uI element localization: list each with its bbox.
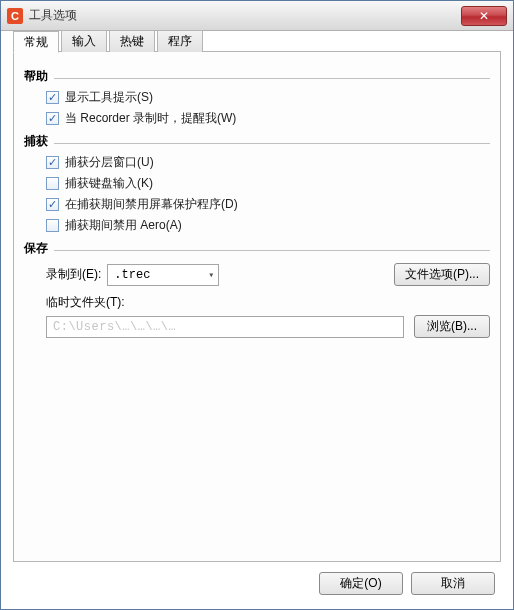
temp-folder-input[interactable]: C:\Users\…\…\…\… <box>46 316 404 338</box>
tab-label: 常规 <box>24 34 48 51</box>
option-show-tooltips[interactable]: 显示工具提示(S) <box>46 89 490 106</box>
tab-input[interactable]: 输入 <box>61 30 107 52</box>
button-label: 浏览(B)... <box>427 318 477 335</box>
dialog-footer: 确定(O) 取消 <box>13 562 501 601</box>
section-help-title: 帮助 <box>24 68 490 85</box>
option-label: 捕获键盘输入(K) <box>65 175 153 192</box>
section-capture-title: 捕获 <box>24 133 490 150</box>
option-label: 当 Recorder 录制时，提醒我(W) <box>65 110 236 127</box>
app-icon: C <box>7 8 23 24</box>
checkbox[interactable] <box>46 198 59 211</box>
option-label: 捕获期间禁用 Aero(A) <box>65 217 182 234</box>
record-format-combo[interactable]: .trec ▾ <box>107 264 219 286</box>
option-disable-aero[interactable]: 捕获期间禁用 Aero(A) <box>46 217 490 234</box>
record-to-label: 录制到(E): <box>46 266 101 283</box>
option-capture-keyboard[interactable]: 捕获键盘输入(K) <box>46 175 490 192</box>
button-label: 文件选项(P)... <box>405 266 479 283</box>
tab-strip: 常规 输入 热键 程序 <box>13 30 205 52</box>
browse-button[interactable]: 浏览(B)... <box>414 315 490 338</box>
titlebar[interactable]: C 工具选项 ✕ <box>1 1 513 31</box>
file-options-button[interactable]: 文件选项(P)... <box>394 263 490 286</box>
combo-value: .trec <box>114 268 150 282</box>
option-capture-layered-windows[interactable]: 捕获分层窗口(U) <box>46 154 490 171</box>
option-label: 捕获分层窗口(U) <box>65 154 154 171</box>
tab-program[interactable]: 程序 <box>157 30 203 52</box>
ok-button[interactable]: 确定(O) <box>319 572 403 595</box>
temp-folder-label: 临时文件夹(T): <box>46 295 125 309</box>
tab-general[interactable]: 常规 <box>13 31 59 53</box>
tab-label: 程序 <box>168 33 192 50</box>
button-label: 取消 <box>441 575 465 592</box>
checkbox[interactable] <box>46 156 59 169</box>
checkbox[interactable] <box>46 177 59 190</box>
chevron-down-icon: ▾ <box>208 269 214 281</box>
tab-label: 输入 <box>72 33 96 50</box>
dialog-window: C 工具选项 ✕ 常规 输入 热键 程序 帮助 显示工具提示(S) 当 Reco… <box>0 0 514 610</box>
checkbox[interactable] <box>46 112 59 125</box>
tab-label: 热键 <box>120 33 144 50</box>
button-label: 确定(O) <box>340 575 381 592</box>
section-save-title: 保存 <box>24 240 490 257</box>
option-remind-recording[interactable]: 当 Recorder 录制时，提醒我(W) <box>46 110 490 127</box>
option-disable-screensaver[interactable]: 在捕获期间禁用屏幕保护程序(D) <box>46 196 490 213</box>
checkbox[interactable] <box>46 91 59 104</box>
window-title: 工具选项 <box>29 7 461 24</box>
option-label: 显示工具提示(S) <box>65 89 153 106</box>
close-button[interactable]: ✕ <box>461 6 507 26</box>
temp-folder-value: C:\Users\…\…\…\… <box>53 320 176 334</box>
tab-hotkeys[interactable]: 热键 <box>109 30 155 52</box>
close-icon: ✕ <box>479 9 489 23</box>
client-area: 常规 输入 热键 程序 帮助 显示工具提示(S) 当 Recorder 录制时，… <box>1 31 513 609</box>
option-label: 在捕获期间禁用屏幕保护程序(D) <box>65 196 238 213</box>
tab-panel: 常规 输入 热键 程序 帮助 显示工具提示(S) 当 Recorder 录制时，… <box>13 51 501 562</box>
cancel-button[interactable]: 取消 <box>411 572 495 595</box>
checkbox[interactable] <box>46 219 59 232</box>
